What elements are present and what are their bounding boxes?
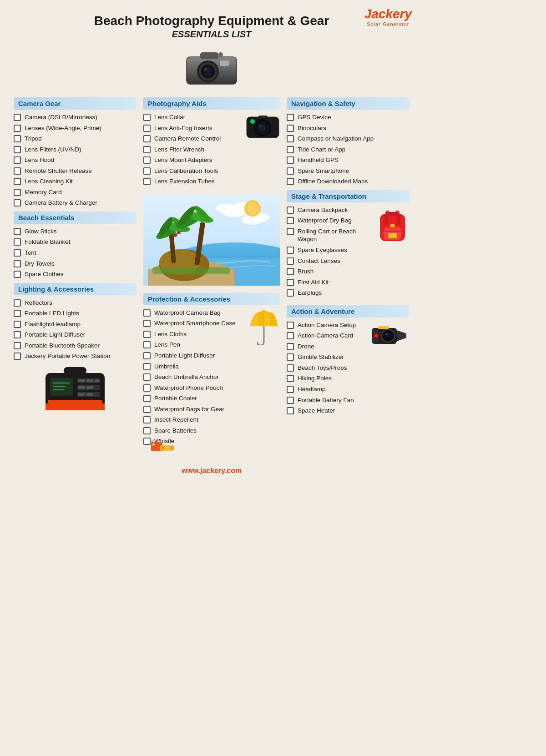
list-item[interactable]: Hiking Poles [287, 374, 410, 383]
list-item[interactable]: Lens Pen [143, 341, 246, 349]
checkbox[interactable] [143, 146, 151, 153]
list-item[interactable]: Waterproof Smartphone Case [143, 319, 246, 328]
checkbox[interactable] [143, 135, 151, 142]
list-item[interactable]: Waterproof Dry Bag [287, 217, 373, 225]
list-item[interactable]: Lens Caliberation Tools [143, 167, 280, 175]
list-item[interactable]: GPS Device [287, 113, 410, 121]
list-item[interactable]: Dry Towels [14, 260, 136, 268]
checkbox[interactable] [287, 407, 294, 414]
website-link[interactable]: www.jackery.com [14, 467, 410, 475]
checkbox[interactable] [287, 178, 294, 185]
checkbox[interactable] [287, 343, 294, 350]
list-item[interactable]: Lens Anti-Fog Inserts [143, 124, 242, 132]
checkbox[interactable] [14, 299, 21, 307]
checkbox[interactable] [287, 386, 294, 393]
list-item[interactable]: Action Camera Card [287, 332, 369, 340]
list-item[interactable]: Lens Cleaning Kit [14, 177, 136, 186]
checkbox[interactable] [287, 167, 294, 175]
list-item[interactable]: Tent [14, 249, 136, 257]
list-item[interactable]: Rolling Cart or Beach Wagon [287, 227, 373, 243]
checkbox[interactable] [287, 375, 294, 382]
checkbox[interactable] [287, 268, 294, 275]
checkbox[interactable] [14, 342, 21, 349]
checkbox[interactable] [143, 331, 151, 338]
checkbox[interactable] [287, 322, 294, 329]
list-item[interactable]: Action Camera Setup [287, 321, 369, 329]
checkbox[interactable] [143, 178, 151, 185]
list-item[interactable]: Lens Mount Adapters [143, 156, 280, 164]
list-item[interactable]: Lens Filters (UV/ND) [14, 146, 136, 154]
list-item[interactable]: Lens Hood [14, 156, 136, 164]
checkbox[interactable] [14, 135, 21, 142]
list-item[interactable]: Memory Card [14, 188, 136, 197]
list-item[interactable]: Portable Light Diffuser [143, 352, 280, 360]
checkbox[interactable] [14, 167, 21, 175]
list-item[interactable]: Drone [287, 343, 369, 351]
list-item[interactable]: Camera (DSLR/Mirrorless) [14, 113, 136, 121]
list-item[interactable]: Remote Shutter Release [14, 167, 136, 175]
checkbox[interactable] [143, 416, 151, 423]
list-item[interactable]: Portable Bluetooth Speaker [14, 342, 136, 350]
list-item[interactable]: Portable Cooler [143, 394, 280, 403]
list-item[interactable]: Tide Chart or App [287, 146, 410, 154]
list-item[interactable]: Camera Backpack [287, 206, 373, 214]
list-item[interactable]: Foldable Blanket [14, 238, 136, 246]
checkbox[interactable] [143, 427, 151, 434]
checkbox[interactable] [287, 217, 294, 224]
checkbox[interactable] [143, 438, 151, 445]
list-item[interactable]: Spare Eyeglasses [287, 246, 373, 254]
list-item[interactable]: Waterproof Bags for Gear [143, 405, 280, 413]
checkbox[interactable] [14, 249, 21, 257]
checkbox[interactable] [14, 331, 21, 338]
checkbox[interactable] [143, 384, 151, 392]
checkbox[interactable] [143, 341, 151, 348]
checkbox[interactable] [287, 125, 294, 132]
list-item[interactable]: Umbrella [143, 363, 280, 371]
list-item[interactable]: Portable Light Diffuser [14, 331, 136, 339]
checkbox[interactable] [14, 125, 21, 132]
checkbox[interactable] [143, 395, 151, 402]
checkbox[interactable] [14, 178, 21, 185]
checkbox[interactable] [143, 352, 151, 359]
checkbox[interactable] [287, 289, 294, 297]
checkbox[interactable] [287, 114, 294, 121]
checkbox[interactable] [287, 228, 294, 235]
checkbox[interactable] [287, 135, 294, 142]
checkbox[interactable] [14, 199, 21, 207]
list-item[interactable]: Waterproof Camera Bag [143, 309, 246, 317]
list-item[interactable]: Beach Toys/Props [287, 364, 410, 372]
list-item[interactable]: Flashlight/Headlamp [14, 320, 136, 328]
checkbox[interactable] [14, 114, 21, 121]
checkbox[interactable] [143, 406, 151, 413]
checkbox[interactable] [14, 310, 21, 317]
list-item[interactable]: Jackery Portable Power Station [14, 352, 136, 360]
checkbox[interactable] [14, 146, 21, 153]
list-item[interactable]: Headlamp [287, 385, 410, 393]
list-item[interactable]: Lens Extension Tubes [143, 177, 280, 186]
checkbox[interactable] [14, 353, 21, 360]
list-item[interactable]: Spare Clothes [14, 270, 136, 278]
list-item[interactable]: Reflectors [14, 299, 136, 307]
list-item[interactable]: Lenses (Wide-Angle, Prime) [14, 124, 136, 132]
list-item[interactable]: Binoculars [287, 124, 410, 132]
checkbox[interactable] [287, 332, 294, 339]
list-item[interactable]: Camera Battery & Charger [14, 199, 136, 207]
list-item[interactable]: Lens Cloths [143, 330, 246, 338]
checkbox[interactable] [14, 156, 21, 164]
list-item[interactable]: Camera Remote Control [143, 135, 242, 143]
list-item[interactable]: Tripod [14, 135, 136, 143]
checkbox[interactable] [287, 257, 294, 265]
checkbox[interactable] [14, 228, 21, 235]
checkbox[interactable] [287, 353, 294, 361]
list-item[interactable]: Gimble Stabilizer [287, 353, 410, 361]
checkbox[interactable] [287, 247, 294, 254]
list-item[interactable]: Handheld GPS [287, 156, 410, 164]
checkbox[interactable] [287, 279, 294, 286]
checkbox[interactable] [143, 320, 151, 327]
list-item[interactable]: Beach Umbrella Anchor [143, 373, 280, 381]
checkbox[interactable] [287, 146, 294, 153]
list-item[interactable]: Insect Repellent [143, 416, 280, 424]
checkbox[interactable] [143, 309, 151, 317]
checkbox[interactable] [14, 189, 21, 196]
checkbox[interactable] [287, 207, 294, 214]
